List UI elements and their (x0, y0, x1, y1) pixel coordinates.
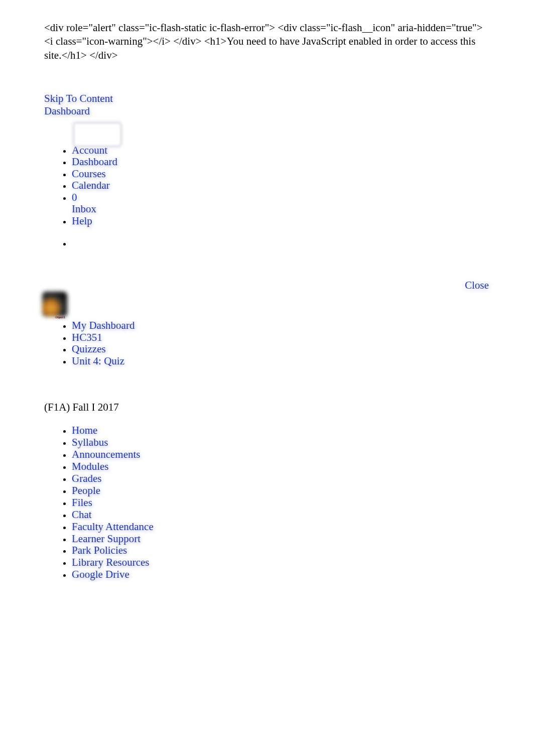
course-nav-item-grades[interactable]: Grades (72, 473, 489, 485)
dashboard-link[interactable]: Dashboard (72, 156, 117, 168)
institution-logo-icon (42, 292, 67, 317)
empty-nav-list (44, 237, 489, 249)
breadcrumb: My Dashboard HC351 Quizzes Unit 4: Quiz (44, 320, 489, 367)
library-resources-link[interactable]: Library Resources (72, 556, 150, 568)
quizzes-link[interactable]: Quizzes (72, 343, 106, 355)
my-dashboard-link[interactable]: My Dashboard (72, 319, 135, 331)
calendar-link[interactable]: Calendar (72, 179, 110, 191)
course-code-link[interactable]: HC351 (72, 331, 102, 343)
inbox-count-link[interactable]: 0 (72, 191, 77, 203)
course-nav-item-files[interactable]: Files (72, 497, 489, 509)
avatar-placeholder-icon (73, 122, 121, 147)
global-nav-item-inbox[interactable]: 0 Inbox (72, 192, 489, 215)
modules-link[interactable]: Modules (72, 460, 109, 472)
announcements-link[interactable]: Announcements (72, 448, 140, 460)
global-nav-item-courses[interactable]: Courses (72, 168, 489, 180)
global-nav-item-help[interactable]: Help (72, 215, 489, 227)
breadcrumb-item-quizzes[interactable]: Quizzes (72, 343, 489, 355)
course-nav-item-syllabus[interactable]: Syllabus (72, 437, 489, 449)
global-nav-item-calendar[interactable]: Calendar (72, 180, 489, 192)
course-nav-item-people[interactable]: People (72, 485, 489, 497)
course-nav-item-chat[interactable]: Chat (72, 509, 489, 521)
skip-to-content-link[interactable]: Skip To Content (44, 92, 489, 105)
people-link[interactable]: People (72, 484, 100, 496)
google-drive-link[interactable]: Google Drive (72, 568, 129, 580)
close-button[interactable]: Close (465, 279, 489, 291)
empty-list-item (72, 237, 489, 249)
course-nav-item-home[interactable]: Home (72, 425, 489, 437)
course-nav-item-facultyattendance[interactable]: Faculty Attendance (72, 521, 489, 533)
term-label: (F1A) Fall I 2017 (44, 401, 489, 414)
help-link[interactable]: Help (72, 215, 92, 227)
course-nav-item-parkpolicies[interactable]: Park Policies (72, 545, 489, 557)
course-nav-item-announcements[interactable]: Announcements (72, 449, 489, 461)
park-policies-link[interactable]: Park Policies (72, 544, 127, 556)
course-nav-list: Home Syllabus Announcements Modules Grad… (44, 425, 489, 581)
global-nav-list: Account Dashboard Courses Calendar 0 Inb… (44, 122, 489, 227)
course-nav-item-libraryresources[interactable]: Library Resources (72, 557, 489, 569)
chat-link[interactable]: Chat (72, 509, 92, 521)
faculty-attendance-link[interactable]: Faculty Attendance (72, 521, 154, 533)
global-nav-item-dashboard[interactable]: Dashboard (72, 156, 489, 168)
learner-support-link[interactable]: Learner Support (72, 533, 141, 545)
raw-html-source: <div role="alert" class="ic-flash-static… (44, 21, 489, 62)
files-link[interactable]: Files (72, 496, 92, 509)
course-nav-item-googledrive[interactable]: Google Drive (72, 569, 489, 581)
breadcrumb-item-quizname[interactable]: Unit 4: Quiz (72, 355, 489, 367)
home-link[interactable]: Home (72, 424, 97, 436)
breadcrumb-item-course[interactable]: HC351 (72, 332, 489, 344)
inbox-link[interactable]: Inbox (72, 203, 96, 215)
quiz-name-link[interactable]: Unit 4: Quiz (72, 355, 124, 367)
course-nav-item-learnersupport[interactable]: Learner Support (72, 533, 489, 545)
grades-link[interactable]: Grades (72, 472, 101, 484)
breadcrumb-item-mydashboard[interactable]: My Dashboard (72, 320, 489, 332)
course-nav-item-modules[interactable]: Modules (72, 461, 489, 473)
courses-link[interactable]: Courses (72, 168, 106, 180)
dashboard-top-link[interactable]: Dashboard (44, 105, 489, 117)
global-nav-item-account[interactable]: Account (72, 122, 489, 157)
logo-object-label: Object 1 (55, 316, 489, 319)
syllabus-link[interactable]: Syllabus (72, 436, 108, 448)
